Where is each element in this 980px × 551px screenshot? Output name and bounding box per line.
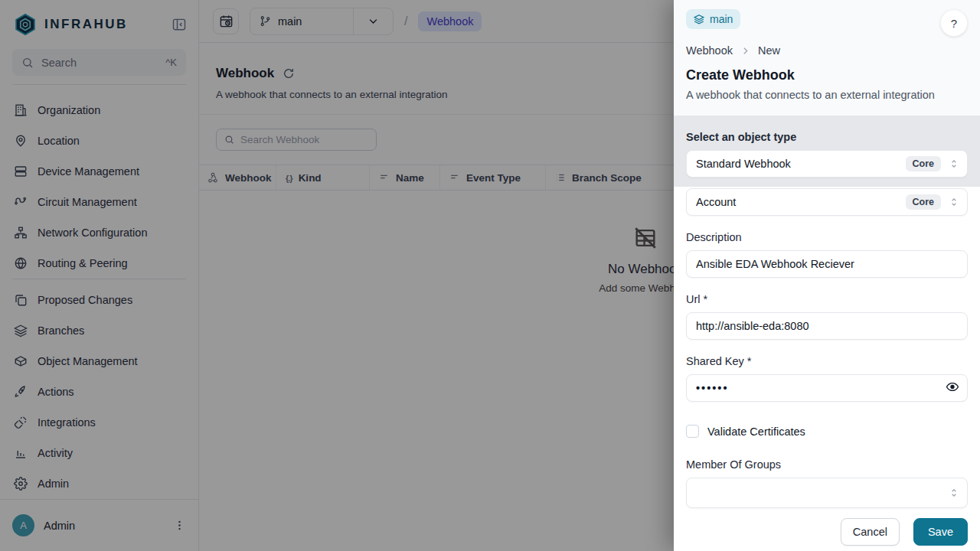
member-of-groups-label: Member Of Groups xyxy=(686,458,968,471)
drawer-breadcrumb: Webhook New xyxy=(686,44,968,57)
object-type-section: Select an object type Standard Webhook C… xyxy=(674,116,980,187)
breadcrumb-current: New xyxy=(758,44,780,57)
help-button[interactable]: ? xyxy=(940,9,968,37)
breadcrumb-parent[interactable]: Webhook xyxy=(686,44,733,57)
description-label: Description xyxy=(686,231,968,243)
chevrons-up-down-icon xyxy=(949,158,959,169)
drawer-title: Create Webhook xyxy=(686,67,968,83)
member-of-groups-select[interactable] xyxy=(686,478,968,508)
object-type-select[interactable]: Standard Webhook Core xyxy=(686,150,968,178)
shared-key-label: Shared Key * xyxy=(686,355,968,367)
namespace-badge: Core xyxy=(906,194,941,210)
layers-icon xyxy=(694,14,704,24)
shared-key-field xyxy=(686,367,968,402)
object-type-label: Select an object type xyxy=(686,131,968,143)
save-button[interactable]: Save xyxy=(913,518,968,546)
drawer-form: Account Core Description Url * Shared Ke… xyxy=(674,187,980,551)
chevron-right-icon xyxy=(740,46,750,56)
drawer-actions: Cancel Save xyxy=(686,518,968,546)
drawer-header: main ? Webhook New Create Webhook A webh… xyxy=(674,0,980,116)
url-input[interactable] xyxy=(686,312,968,340)
shared-key-input[interactable] xyxy=(686,374,968,402)
branch-badge-label: main xyxy=(710,13,733,25)
validate-certificates-row: Validate Certificates xyxy=(686,425,968,438)
branch-badge[interactable]: main xyxy=(686,9,740,29)
object-type-value: Standard Webhook xyxy=(696,158,900,170)
create-webhook-drawer: main ? Webhook New Create Webhook A webh… xyxy=(674,0,980,551)
description-input[interactable] xyxy=(686,250,968,278)
chevrons-up-down-icon xyxy=(949,487,959,498)
eye-icon xyxy=(946,380,959,393)
account-select[interactable]: Account Core xyxy=(686,188,968,216)
account-select-value: Account xyxy=(696,196,900,208)
url-label: Url * xyxy=(686,293,968,305)
chevrons-up-down-icon xyxy=(949,197,959,207)
validate-certificates-label: Validate Certificates xyxy=(707,425,805,438)
validate-certificates-checkbox[interactable] xyxy=(686,425,699,438)
toggle-password-visibility-button[interactable] xyxy=(946,380,959,393)
namespace-badge: Core xyxy=(906,156,941,171)
cancel-button[interactable]: Cancel xyxy=(841,518,900,546)
drawer-subtitle: A webhook that connects to an external i… xyxy=(686,89,968,101)
